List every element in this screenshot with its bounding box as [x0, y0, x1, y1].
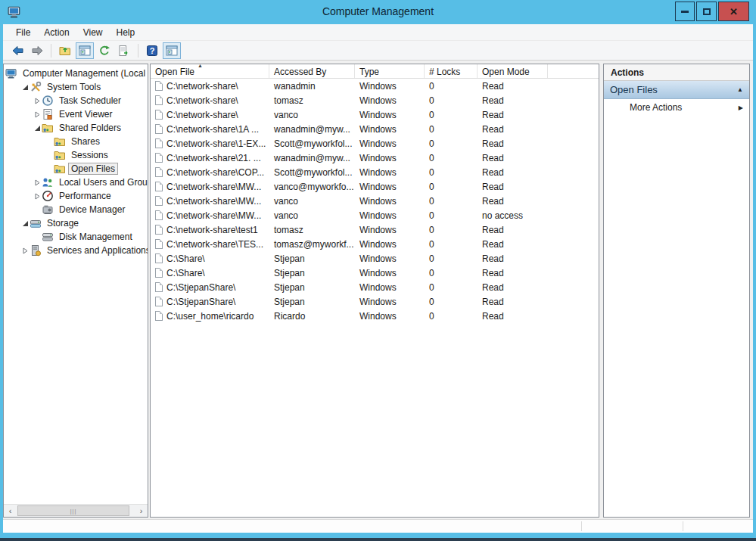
expand-icon[interactable]	[20, 247, 30, 254]
cell-mode: Read	[478, 95, 548, 106]
table-row[interactable]: C:\Share\StjepanWindows0Read	[151, 251, 599, 266]
status-divider	[683, 521, 683, 531]
table-row[interactable]: C:\network-share\test1tomaszWindows0Read	[151, 222, 599, 237]
expand-icon[interactable]	[33, 179, 42, 186]
system-tools-icon	[30, 81, 42, 93]
tree-item-label: Storage	[44, 217, 82, 229]
show-action-pane-button[interactable]	[163, 42, 181, 59]
console-tree-panel: Computer Management (LocalSystem ToolsTa…	[3, 64, 148, 518]
up-one-level-button[interactable]	[56, 42, 74, 59]
help-icon: ?	[146, 45, 158, 57]
cell-open-file: C:\network-share\test1	[166, 225, 258, 235]
scroll-left-icon: ‹	[9, 506, 12, 515]
minimize-button[interactable]	[675, 2, 695, 21]
tree-item-sessions[interactable]: Sessions	[4, 148, 148, 162]
expand-icon[interactable]	[33, 111, 42, 118]
maximize-button[interactable]	[696, 2, 717, 21]
tree-item-shared-folders[interactable]: Shared Folders	[4, 121, 148, 135]
column-header-open-mode[interactable]: Open Mode	[478, 64, 548, 78]
tree-item-shares[interactable]: Shares	[4, 135, 148, 148]
close-button[interactable]: ✕	[718, 2, 749, 21]
cell-mode: Read	[478, 110, 548, 120]
table-row[interactable]: C:\network-share\1A ...wanadmin@myw...Wi…	[151, 122, 599, 136]
back-icon	[11, 45, 24, 57]
column-header-type[interactable]: Type	[355, 64, 425, 78]
menu-item-file[interactable]: File	[9, 25, 37, 40]
collapse-icon[interactable]	[20, 220, 30, 227]
refresh-icon	[98, 45, 110, 57]
table-row[interactable]: C:\network-share\MW...vancoWindows0no ac…	[151, 208, 599, 222]
column-header-open-file[interactable]: Open File▲	[151, 64, 269, 78]
forward-button[interactable]	[28, 42, 46, 59]
cell-by: tomasz	[269, 95, 355, 106]
table-row[interactable]: C:\network-share\vancoWindows0Read	[151, 107, 599, 122]
cell-open-file: C:\network-share\1-EX...	[166, 138, 266, 149]
table-row[interactable]: C:\user_home\ricardoRicardoWindows0Read	[151, 309, 599, 323]
more-actions-item[interactable]: More Actions ▶	[604, 99, 749, 116]
back-button[interactable]	[8, 42, 26, 59]
cell-locks: 0	[425, 124, 478, 135]
menu-item-action[interactable]: Action	[37, 25, 76, 40]
table-row[interactable]: C:\StjepanShare\StjepanWindows0Read	[151, 294, 599, 309]
refresh-button[interactable]	[95, 42, 114, 59]
menu-item-help[interactable]: Help	[110, 25, 142, 40]
window-body: FileActionViewHelp ? Computer Management…	[3, 24, 753, 533]
show-console-tree-button[interactable]	[76, 42, 94, 59]
table-row[interactable]: C:\network-share\MW...vancoWindows0Read	[151, 194, 599, 208]
tree-item-local-users-and-groups[interactable]: Local Users and Groups	[4, 176, 148, 189]
column-header-accessed-by[interactable]: Accessed By	[269, 64, 355, 78]
cell-mode: Read	[478, 297, 548, 307]
tree-item-open-files[interactable]: Open Files	[4, 162, 148, 176]
up-one-level-icon	[59, 45, 71, 57]
cell-type: Windows	[355, 196, 425, 207]
scroll-left-button[interactable]: ‹	[4, 505, 17, 517]
collapse-icon[interactable]	[20, 84, 30, 91]
table-row[interactable]: C:\network-share\MW...vanco@myworkfo...W…	[151, 179, 599, 194]
expand-icon[interactable]	[33, 193, 42, 200]
file-icon	[155, 210, 163, 220]
export-list-button[interactable]	[115, 42, 133, 59]
help-button[interactable]: ?	[143, 42, 161, 59]
cell-mode: Read	[478, 225, 548, 235]
cell-mode: Read	[478, 311, 548, 322]
table-row[interactable]: C:\network-share\1-EX...Scott@myworkfol.…	[151, 136, 599, 151]
tree-item-device-manager[interactable]: Device Manager	[4, 203, 148, 216]
tree-item-computer-management-local[interactable]: Computer Management (Local	[4, 67, 148, 80]
table-row[interactable]: C:\network-share\TES...tomasz@myworkf...…	[151, 237, 599, 251]
file-icon	[155, 282, 163, 292]
cell-mode: Read	[478, 253, 548, 264]
table-row[interactable]: C:\network-share\wanadminWindows0Read	[151, 79, 599, 93]
title-bar: Computer Management ✕	[0, 0, 756, 24]
show-console-tree-icon	[79, 45, 91, 57]
tree-item-services-and-applications[interactable]: Services and Applications	[4, 244, 148, 257]
table-row[interactable]: C:\StjepanShare\StjepanWindows0Read	[151, 280, 599, 294]
cell-by: vanco@myworkfo...	[269, 182, 355, 192]
tree-item-storage[interactable]: Storage	[4, 216, 148, 230]
svg-text:?: ?	[150, 46, 155, 55]
tree-item-event-viewer[interactable]: Event Viewer	[4, 107, 148, 121]
table-row[interactable]: C:\network-share\COP...Scott@myworkfol..…	[151, 165, 599, 179]
tree-item-disk-management[interactable]: Disk Management	[4, 230, 148, 244]
menu-item-view[interactable]: View	[76, 25, 110, 40]
expand-icon[interactable]	[33, 98, 42, 104]
cell-type: Windows	[355, 167, 425, 178]
cell-by: Stjepan	[269, 297, 355, 307]
cell-mode: Read	[478, 138, 548, 149]
actions-section-open-files[interactable]: Open Files ▲	[604, 81, 749, 99]
file-icon	[155, 182, 163, 191]
table-row[interactable]: C:\network-share\21. ...wanadmin@myw...W…	[151, 151, 599, 165]
list-header: Open File▲Accessed ByType# LocksOpen Mod…	[151, 64, 599, 79]
collapse-icon[interactable]	[33, 125, 42, 132]
table-row[interactable]: C:\network-share\tomaszWindows0Read	[151, 93, 599, 107]
column-header-locks[interactable]: # Locks	[425, 64, 478, 78]
collapse-section-icon[interactable]: ▲	[737, 86, 743, 93]
tree-item-label: Sessions	[68, 149, 111, 161]
cell-locks: 0	[425, 268, 478, 278]
scrollbar-thumb[interactable]: |||	[17, 505, 129, 516]
scroll-right-button[interactable]: ›	[135, 505, 148, 517]
tree-item-system-tools[interactable]: System Tools	[4, 80, 148, 94]
tree-horizontal-scrollbar[interactable]: ‹ ||| ›	[4, 504, 148, 517]
table-row[interactable]: C:\Share\StjepanWindows0Read	[151, 266, 599, 280]
tree-item-task-scheduler[interactable]: Task Scheduler	[4, 94, 148, 107]
tree-item-performance[interactable]: Performance	[4, 189, 148, 203]
